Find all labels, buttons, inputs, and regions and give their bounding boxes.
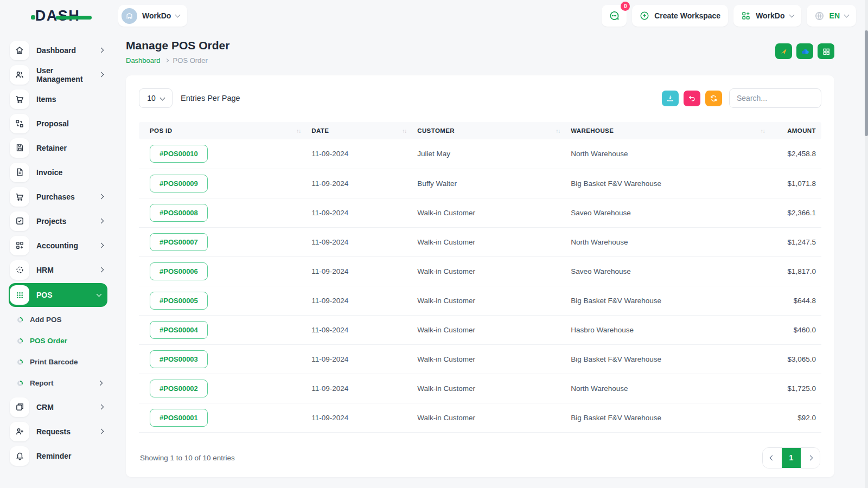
amount-cell: $1,725.0 <box>770 374 821 403</box>
sidebar-item-accounting[interactable]: Accounting <box>9 233 107 258</box>
pos-id-link[interactable]: #POS00004 <box>150 321 208 339</box>
date-cell: 11-09-2024 <box>306 374 412 403</box>
sidebar-subitem-add-pos[interactable]: Add POS <box>17 309 107 330</box>
col-header-amount[interactable]: AMOUNT <box>770 122 821 139</box>
plus-circle-icon <box>640 11 649 21</box>
grid-view-button[interactable] <box>818 43 834 59</box>
sidebar-subitem-pos-order[interactable]: POS Order <box>17 330 107 351</box>
cart-icon <box>15 94 24 104</box>
sidebar-item-user-management[interactable]: User Management <box>9 62 107 87</box>
customer-cell: Walk-in Customer <box>412 344 565 374</box>
undo-button[interactable] <box>684 91 700 106</box>
refresh-button[interactable] <box>705 91 722 106</box>
page-actions <box>775 43 834 59</box>
chevron-down-icon <box>159 95 165 100</box>
customer-cell: Walk-in Customer <box>412 403 565 432</box>
date-cell: 11-09-2024 <box>306 403 412 432</box>
chevron-right-icon <box>99 404 104 410</box>
chevron-down-icon <box>789 12 794 18</box>
logo-dot-accent <box>31 15 35 20</box>
col-header-warehouse[interactable]: WAREHOUSE↑↓ <box>565 122 770 139</box>
pos-id-link[interactable]: #POS00010 <box>150 145 208 163</box>
drive-share-button[interactable] <box>775 43 792 59</box>
sidebar-item-dashboard[interactable]: Dashboard <box>9 38 107 62</box>
pos-id-link[interactable]: #POS00002 <box>150 380 208 397</box>
logo-dash-accent <box>56 16 92 20</box>
breadcrumb-dashboard-link[interactable]: Dashboard <box>126 56 161 65</box>
workspace-label: WorkDo <box>142 11 171 20</box>
pos-id-link[interactable]: #POS00008 <box>150 204 208 222</box>
sidebar: Dashboard User Management Items Proposal… <box>0 31 115 477</box>
col-header-pos-id[interactable]: POS ID↑↓ <box>139 122 306 139</box>
sidebar-item-items[interactable]: Items <box>9 87 107 111</box>
sidebar-item-proposal[interactable]: Proposal <box>9 111 107 136</box>
pos-id-link[interactable]: #POS00009 <box>150 175 208 192</box>
warehouse-cell: Big Basket F&V Warehouse <box>565 286 770 315</box>
date-cell: 11-09-2024 <box>306 256 412 286</box>
messages-count-badge: 0 <box>621 2 630 11</box>
home-icon <box>15 46 24 55</box>
warehouse-cell: Saveo Warehouse <box>565 256 770 286</box>
pos-id-link[interactable]: #POS00006 <box>150 262 208 280</box>
chevron-down-icon <box>175 12 181 18</box>
cloud-sync-button[interactable] <box>796 43 813 59</box>
amount-cell: $3,065.0 <box>770 344 821 374</box>
scrollbar-thumb[interactable] <box>865 30 868 136</box>
scrollbar-track[interactable] <box>865 0 868 488</box>
chevron-right-icon <box>99 243 104 248</box>
search-input[interactable] <box>729 88 821 108</box>
page-number-current[interactable]: 1 <box>782 448 801 468</box>
sidebar-item-hrm[interactable]: HRM <box>9 258 107 282</box>
next-page-button[interactable] <box>801 448 820 468</box>
invoice-file-icon <box>15 168 24 177</box>
chevron-right-icon <box>808 455 813 460</box>
pos-id-link[interactable]: #POS00001 <box>150 409 208 427</box>
company-menu-button[interactable]: WorkDo <box>733 5 801 27</box>
prev-page-button[interactable] <box>763 448 782 468</box>
create-workspace-button[interactable]: Create Workspace <box>632 5 728 27</box>
bullet-icon <box>17 381 23 386</box>
pos-id-link[interactable]: #POS00007 <box>150 233 208 251</box>
chevron-down-icon <box>844 12 850 18</box>
entries-summary: Showing 1 to 10 of 10 entries <box>140 454 235 462</box>
workspace-switcher[interactable]: WorkDo <box>118 5 187 27</box>
messages-button[interactable]: 0 <box>602 5 627 27</box>
pos-id-link[interactable]: #POS00005 <box>150 292 208 310</box>
target-dots-icon <box>15 265 24 274</box>
export-download-button[interactable] <box>662 91 679 106</box>
warehouse-cell: Hasbro Warehouse <box>565 315 770 344</box>
language-selector[interactable]: EN <box>807 5 856 27</box>
sort-icon: ↑↓ <box>761 128 765 134</box>
sidebar-item-invoice[interactable]: Invoice <box>9 160 107 184</box>
col-header-customer[interactable]: CUSTOMER↑↓ <box>412 122 565 139</box>
amount-cell: $1,817.0 <box>770 256 821 286</box>
apps-grid-icon <box>741 11 751 21</box>
undo-arrow-icon <box>688 94 696 102</box>
table-row: #POS00006 11-09-2024 Walk-in Customer Sa… <box>139 256 821 286</box>
sidebar-item-requests[interactable]: Requests <box>9 419 107 444</box>
amount-cell: $644.8 <box>770 286 821 315</box>
sort-icon: ↑↓ <box>556 128 560 134</box>
sidebar-subitem-report[interactable]: Report <box>17 373 107 394</box>
sidebar-item-retainer[interactable]: Retainer <box>9 136 107 160</box>
sidebar-item-purchases[interactable]: Purchases <box>9 184 107 209</box>
brand-logo[interactable]: DASH <box>0 8 115 24</box>
table-row: #POS00001 11-09-2024 Walk-in Customer Bi… <box>139 403 821 432</box>
chevron-right-icon <box>99 429 104 434</box>
sidebar-subitem-print-barcode[interactable]: Print Barcode <box>17 351 107 373</box>
pos-id-link[interactable]: #POS00003 <box>150 350 208 368</box>
date-cell: 11-09-2024 <box>306 139 412 169</box>
chevron-right-icon <box>99 48 104 53</box>
sidebar-item-projects[interactable]: Projects <box>9 209 107 233</box>
app-root: DASH WorkDo 0 Create Workspace WorkDo <box>0 0 868 488</box>
top-bar: DASH WorkDo 0 Create Workspace WorkDo <box>0 0 868 31</box>
save-icon <box>15 143 24 152</box>
col-header-date[interactable]: DATE↑↓ <box>306 122 412 139</box>
sidebar-item-reminder[interactable]: Reminder <box>9 444 107 468</box>
sidebar-item-pos[interactable]: POS <box>9 283 107 307</box>
table-row: #POS00009 11-09-2024 Buffy Walter Big Ba… <box>139 169 821 198</box>
date-cell: 11-09-2024 <box>306 344 412 374</box>
sidebar-item-crm[interactable]: CRM <box>9 395 107 419</box>
entries-per-page-select[interactable]: 10 <box>139 88 173 108</box>
table-row: #POS00010 11-09-2024 Juliet May North Wa… <box>139 139 821 169</box>
